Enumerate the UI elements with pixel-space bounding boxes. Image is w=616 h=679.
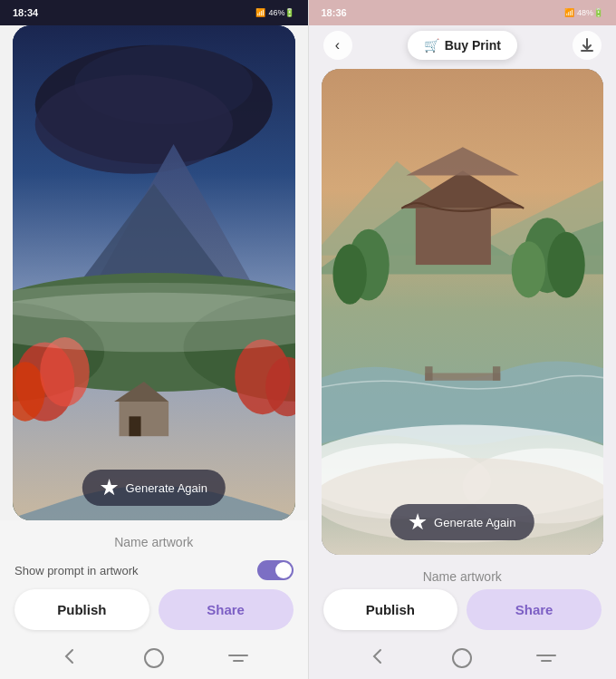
cart-icon: 🛒 bbox=[424, 38, 439, 53]
right-status-icons: 📶 48%🔋 bbox=[564, 8, 603, 17]
right-artwork-card: Generate Again bbox=[322, 69, 604, 555]
right-home-button[interactable] bbox=[452, 648, 472, 668]
buy-print-label: Buy Print bbox=[445, 38, 501, 53]
right-generate-label: Generate Again bbox=[434, 516, 515, 529]
svg-point-26 bbox=[547, 232, 585, 298]
right-recents-line-2 bbox=[541, 660, 552, 662]
left-wifi-icon: 📶 bbox=[255, 8, 265, 17]
left-time: 18:34 bbox=[13, 7, 38, 18]
recents-line-1 bbox=[228, 655, 248, 656]
right-publish-button[interactable]: Publish bbox=[323, 589, 458, 630]
svg-rect-14 bbox=[120, 402, 169, 436]
right-status-bar: 18:36 📶 48%🔋 bbox=[309, 0, 617, 25]
left-action-buttons: Publish Share bbox=[14, 589, 294, 630]
left-recents-button[interactable] bbox=[228, 655, 248, 662]
svg-rect-36 bbox=[492, 366, 499, 381]
right-home-bar bbox=[309, 639, 617, 679]
right-back-icon bbox=[368, 646, 388, 666]
right-action-buttons: Publish Share bbox=[323, 589, 602, 630]
right-share-button[interactable]: Share bbox=[467, 589, 602, 630]
left-artwork-card: Generate Again bbox=[13, 25, 295, 520]
left-status-bar: 18:34 📶 46%🔋 bbox=[0, 0, 308, 25]
svg-point-27 bbox=[511, 241, 544, 297]
right-artwork-svg bbox=[322, 69, 604, 555]
left-artwork-svg bbox=[13, 25, 295, 520]
recents-line-2 bbox=[233, 660, 244, 662]
right-generate-again-button[interactable]: Generate Again bbox=[390, 504, 534, 540]
left-generate-again-button[interactable]: Generate Again bbox=[82, 470, 226, 506]
back-chevron-icon: ‹ bbox=[335, 37, 340, 53]
left-status-icons: 📶 46%🔋 bbox=[255, 8, 294, 17]
left-home-button[interactable] bbox=[144, 648, 164, 668]
right-name-artwork: Name artwork bbox=[323, 564, 602, 589]
svg-rect-22 bbox=[415, 209, 490, 265]
right-top-nav: ‹ 🛒 Buy Print bbox=[309, 25, 617, 65]
show-prompt-toggle[interactable] bbox=[257, 560, 294, 580]
svg-rect-34 bbox=[425, 373, 500, 380]
left-bottom-section: Name artwork Show prompt in artwork Publ… bbox=[0, 520, 308, 639]
back-button[interactable]: ‹ bbox=[323, 31, 352, 60]
left-back-nav[interactable] bbox=[60, 646, 80, 670]
download-button[interactable] bbox=[573, 31, 602, 60]
svg-rect-35 bbox=[425, 366, 432, 381]
download-icon bbox=[579, 37, 595, 53]
right-recents-button[interactable] bbox=[536, 655, 556, 662]
right-wifi-icon: 📶 bbox=[564, 8, 574, 17]
buy-print-button[interactable]: 🛒 Buy Print bbox=[408, 31, 517, 60]
right-time: 18:36 bbox=[322, 7, 347, 18]
right-battery-icon: 48%🔋 bbox=[577, 8, 603, 17]
right-phone-panel: 18:36 📶 48%🔋 ‹ 🛒 Buy Print bbox=[309, 0, 617, 679]
right-recents-line-1 bbox=[536, 655, 556, 656]
left-generate-label: Generate Again bbox=[126, 481, 207, 495]
left-share-button[interactable]: Share bbox=[159, 589, 294, 630]
svg-rect-16 bbox=[129, 416, 140, 436]
svg-point-18 bbox=[13, 283, 295, 323]
svg-point-29 bbox=[332, 244, 366, 304]
left-phone-panel: 18:34 📶 46%🔋 bbox=[0, 0, 309, 679]
left-battery-icon: 46%🔋 bbox=[268, 8, 294, 17]
right-generate-icon bbox=[409, 513, 427, 531]
show-prompt-row: Show prompt in artwork bbox=[14, 555, 294, 589]
toggle-knob bbox=[275, 562, 292, 578]
left-name-artwork: Name artwork bbox=[14, 529, 294, 555]
left-publish-button[interactable]: Publish bbox=[14, 589, 149, 630]
show-prompt-label: Show prompt in artwork bbox=[14, 564, 139, 577]
right-back-nav[interactable] bbox=[368, 646, 388, 670]
generate-icon bbox=[101, 479, 119, 497]
left-home-bar bbox=[0, 639, 308, 679]
right-bottom-section: Name artwork Publish Share bbox=[309, 555, 617, 639]
back-icon bbox=[60, 646, 80, 666]
svg-point-3 bbox=[35, 75, 233, 174]
